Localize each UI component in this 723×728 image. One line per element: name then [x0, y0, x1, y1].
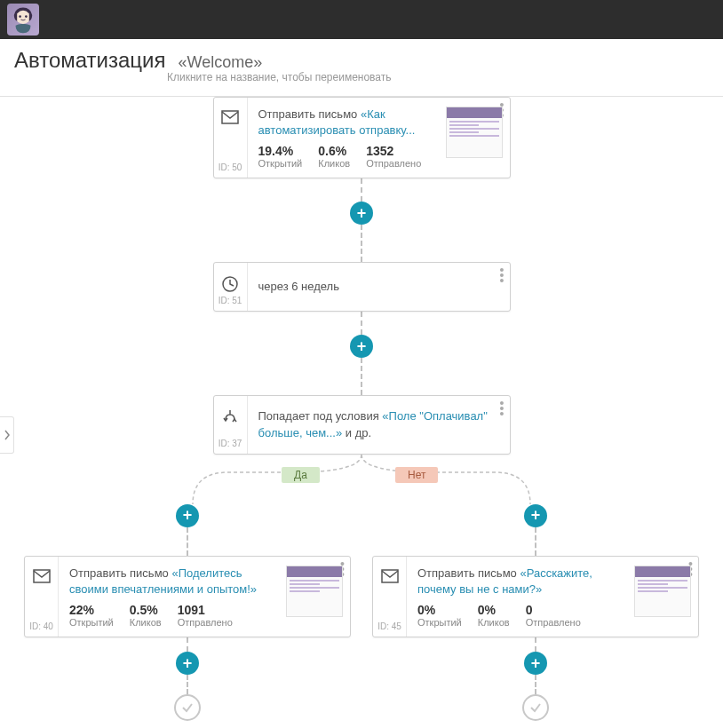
email-thumbnail: [634, 566, 691, 617]
node-title: Отправить письмо «Поделитесь своими впеч…: [69, 566, 279, 597]
branch-split: Да Нет: [24, 455, 699, 504]
mail-icon: [221, 110, 239, 127]
delay-node-51[interactable]: ••• ID: 51 через 6 недель: [213, 262, 511, 312]
svg-rect-6: [382, 570, 398, 582]
page-header: Автоматизация «Welcome» Кликните на назв…: [0, 39, 723, 97]
branch-yes-label: Да: [282, 467, 320, 483]
add-step-button[interactable]: +: [176, 504, 199, 527]
email-thumbnail: [446, 107, 503, 158]
mail-icon: [381, 569, 399, 586]
sidebar-expand[interactable]: [0, 416, 14, 454]
add-step-button[interactable]: +: [524, 652, 547, 675]
clock-icon: [221, 275, 239, 296]
email-node-50[interactable]: ••• ID: 50 Отправить письмо «Как автомат…: [213, 97, 511, 178]
mail-icon: [33, 569, 51, 586]
flow-canvas: ••• ID: 50 Отправить письмо «Как автомат…: [0, 97, 723, 728]
topbar: [0, 0, 723, 39]
email-node-45[interactable]: ••• ID: 45 Отправить письмо «Расскажите,…: [372, 556, 699, 637]
page-title: Автоматизация: [14, 48, 166, 73]
add-step-button[interactable]: +: [350, 335, 373, 358]
condition-node-37[interactable]: ••• ID: 37 Попадает под условия «Поле "О…: [213, 395, 511, 454]
email-thumbnail: [286, 566, 343, 617]
branch-no-label: Нет: [395, 467, 438, 483]
rename-hint: Кликните на название, чтобы переименоват…: [167, 71, 709, 83]
avatar[interactable]: [7, 4, 39, 36]
node-id: ID: 37: [218, 439, 242, 448]
node-title: Отправить письмо «Как автоматизировать о…: [258, 107, 439, 138]
node-id: ID: 50: [218, 162, 242, 172]
node-menu[interactable]: •••: [500, 401, 505, 417]
node-id: ID: 45: [377, 621, 401, 631]
delay-text: через 6 недель: [258, 279, 339, 295]
end-icon: [522, 694, 549, 721]
svg-rect-5: [34, 570, 50, 582]
node-menu[interactable]: •••: [500, 268, 505, 284]
svg-point-2: [25, 15, 28, 18]
end-icon: [174, 694, 201, 721]
add-step-button[interactable]: +: [176, 652, 199, 675]
svg-rect-3: [222, 111, 238, 123]
add-step-button[interactable]: +: [524, 504, 547, 527]
node-title: Отправить письмо «Расскажите, почему вы …: [417, 566, 627, 597]
email-node-40[interactable]: ••• ID: 40 Отправить письмо «Поделитесь …: [24, 556, 351, 637]
condition-text: Попадает под условия «Поле "Оплачивал" б…: [258, 408, 499, 440]
node-id: ID: 40: [29, 621, 53, 631]
flow-name[interactable]: «Welcome»: [179, 53, 263, 72]
node-id: ID: 51: [218, 296, 242, 305]
branch-icon: [222, 408, 238, 429]
add-step-button[interactable]: +: [350, 202, 373, 225]
svg-point-1: [19, 15, 21, 18]
